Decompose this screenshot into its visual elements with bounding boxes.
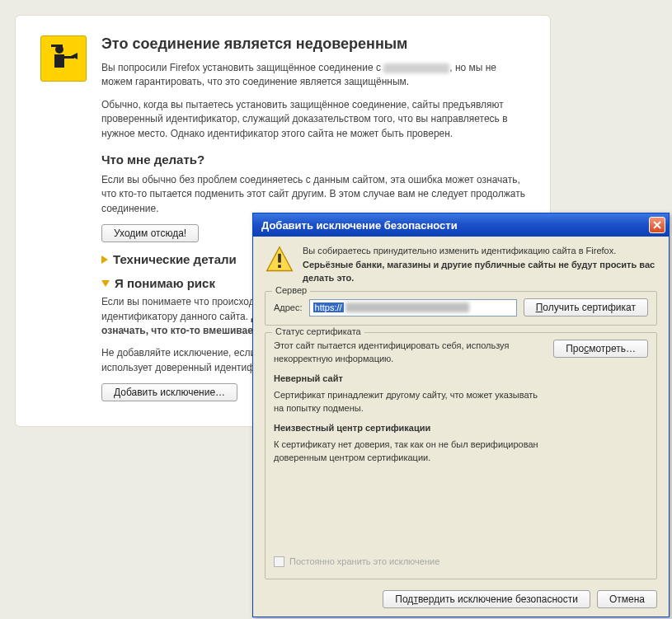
add-exception-button[interactable]: Добавить исключение… xyxy=(101,383,237,401)
server-fieldset: Сервер Адрес: https:// Получить сертифик… xyxy=(265,291,657,326)
svg-rect-1 xyxy=(54,54,64,68)
status-text-1: Этот сайт пытается идентифицировать себя… xyxy=(274,340,509,363)
dialog-footer: Подтвердить исключение безопасности Отме… xyxy=(253,582,669,617)
svg-rect-5 xyxy=(278,265,281,268)
warning-title: Это соединение является недоверенным xyxy=(101,35,525,53)
dialog-title: Добавить исключение безопасности xyxy=(261,219,649,232)
wrong-site-heading: Неверный сайт xyxy=(274,373,545,386)
warning-triangle-icon xyxy=(265,245,294,274)
warning-paragraph-1: Вы попросили Firefox установить защищённ… xyxy=(101,61,525,90)
dialog-top-bold: Серьёзные банки, магазины и другие публи… xyxy=(303,259,657,284)
permanent-store-label: Постоянно хранить это исключение xyxy=(289,556,439,569)
what-to-do-heading: Что мне делать? xyxy=(101,152,525,166)
cancel-button[interactable]: Отмена xyxy=(597,590,657,608)
dialog-titlebar[interactable]: Добавить исключение безопасности xyxy=(253,213,669,237)
unknown-ca-text: К сертификату нет доверия, так как он не… xyxy=(274,439,538,462)
certificate-status-fieldset: Статус сертификата Этот сайт пытается ид… xyxy=(265,332,657,579)
wrong-site-text: Сертификат принадлежит другому сайту, чт… xyxy=(274,390,538,413)
address-input[interactable]: https:// xyxy=(309,299,517,317)
warning-paragraph-3: Если вы обычно без проблем соединяетесь … xyxy=(101,173,525,216)
triangle-right-icon xyxy=(101,256,108,264)
get-out-button[interactable]: Уходим отсюда! xyxy=(101,224,199,242)
close-button[interactable] xyxy=(649,217,665,233)
server-legend: Сервер xyxy=(272,285,310,295)
add-security-exception-dialog: Добавить исключение безопасности Вы соби… xyxy=(252,213,670,617)
svg-rect-4 xyxy=(278,254,281,263)
understand-risk-label: Я понимаю риск xyxy=(115,276,215,290)
triangle-down-icon xyxy=(101,280,110,287)
officer-warning-icon xyxy=(40,35,87,82)
warning-paragraph-2: Обычно, когда вы пытаетесь установить за… xyxy=(101,98,525,141)
close-icon xyxy=(653,221,661,229)
dialog-top-line: Вы собираетесь принудительно изменить ид… xyxy=(303,246,616,256)
permanent-store-row: Постоянно хранить это исключение xyxy=(274,556,545,569)
technical-details-label: Технические детали xyxy=(113,252,237,266)
svg-rect-3 xyxy=(51,45,63,47)
view-certificate-button[interactable]: Просмотреть… xyxy=(553,340,648,358)
confirm-exception-button[interactable]: Подтвердить исключение безопасности xyxy=(383,590,590,608)
status-legend: Статус сертификата xyxy=(272,326,364,336)
permanent-store-checkbox[interactable] xyxy=(274,556,284,567)
blurred-domain xyxy=(383,63,449,73)
address-label: Адрес: xyxy=(274,302,303,312)
blurred-url xyxy=(345,302,469,312)
get-certificate-button[interactable]: Получить сертификат xyxy=(524,298,648,317)
unknown-ca-heading: Неизвестный центр сертификации xyxy=(274,422,545,435)
